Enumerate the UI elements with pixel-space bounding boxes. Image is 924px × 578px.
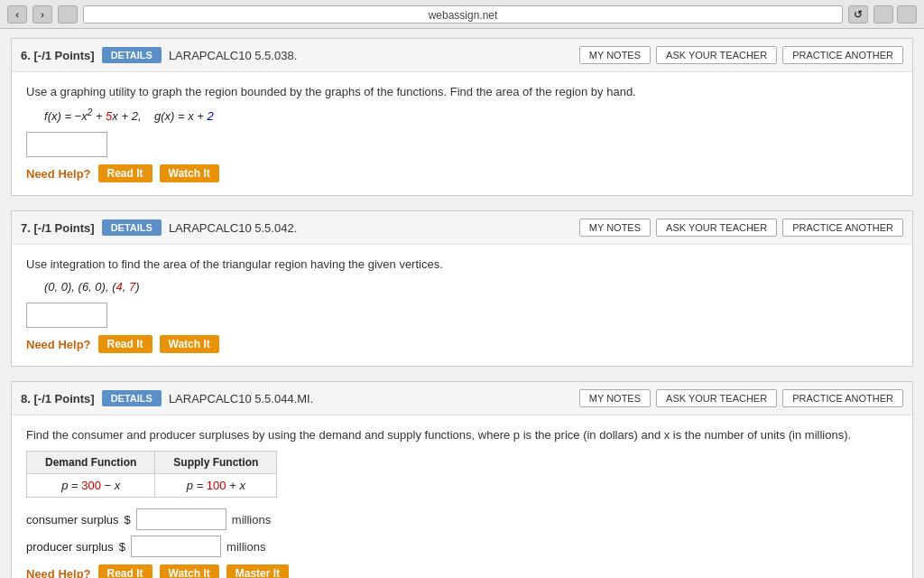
question-8-header: 8. [-/1 Points] DETAILS LARAPCALC10 5.5.… [12, 382, 912, 415]
main-content: 6. [-/1 Points] DETAILS LARAPCALC10 5.5.… [0, 29, 924, 578]
q7-id: LARAPCALC10 5.5.042. [169, 221, 572, 235]
q7-my-notes-button[interactable]: MY NOTES [579, 219, 651, 237]
question-8-body: Find the consumer and producer surpluses… [12, 415, 912, 578]
q6-need-help-label: Need Help? [26, 167, 91, 181]
q7-vertices: (0, 0), (6, 0), (4, 7) [44, 280, 898, 294]
new-tab-button[interactable] [897, 5, 917, 23]
producer-surplus-row: producer surplus $ millions [26, 536, 898, 557]
q8-master-it-button[interactable]: Master It [226, 564, 289, 578]
address-bar[interactable]: webassign.net [83, 5, 843, 23]
q8-details-button[interactable]: DETAILS [102, 390, 162, 406]
question-7-block: 7. [-/1 Points] DETAILS LARAPCALC10 5.5.… [11, 210, 913, 367]
q6-ask-teacher-button[interactable]: ASK YOUR TEACHER [656, 46, 777, 64]
q6-read-it-button[interactable]: Read It [98, 164, 152, 182]
browser-chrome: ‹ › webassign.net ↺ [0, 0, 924, 29]
q6-practice-button[interactable]: PRACTICE ANOTHER [782, 46, 903, 64]
q8-watch-it-button[interactable]: Watch It [160, 564, 219, 578]
q8-need-help-label: Need Help? [26, 567, 91, 578]
q8-text: Find the consumer and producer surpluses… [26, 428, 898, 442]
q7-practice-button[interactable]: PRACTICE ANOTHER [782, 219, 903, 237]
q7-text: Use integration to find the area of the … [26, 257, 898, 271]
q6-math: f(x) = −x2 + 5x + 2, g(x) = x + 2 [44, 107, 898, 123]
q8-need-help-row: Need Help? Read It Watch It Master It [26, 564, 898, 578]
consumer-dollar-sign: $ [125, 513, 131, 527]
q8-my-notes-button[interactable]: MY NOTES [579, 389, 651, 407]
supply-col-header: Supply Function [155, 452, 277, 474]
question-6-header: 6. [-/1 Points] DETAILS LARAPCALC10 5.5.… [12, 39, 912, 72]
question-8-block: 8. [-/1 Points] DETAILS LARAPCALC10 5.5.… [11, 381, 913, 578]
q6-text: Use a graphing utility to graph the regi… [26, 85, 898, 98]
q8-read-it-button[interactable]: Read It [98, 564, 152, 578]
consumer-millions-label: millions [232, 513, 271, 527]
q7-need-help-label: Need Help? [26, 338, 91, 351]
back-button[interactable]: ‹ [7, 5, 27, 23]
supply-value: p = 100 + x [155, 474, 277, 498]
tab-button[interactable] [58, 5, 78, 23]
producer-surplus-label: producer surplus [26, 540, 114, 554]
q8-number: 8. [-/1 Points] [21, 392, 95, 406]
demand-value: p = 300 − x [27, 474, 155, 498]
q7-need-help-row: Need Help? Read It Watch It [26, 335, 898, 353]
q6-details-button[interactable]: DETAILS [102, 47, 162, 63]
q6-watch-it-button[interactable]: Watch It [160, 164, 219, 182]
q7-ask-teacher-button[interactable]: ASK YOUR TEACHER [656, 219, 777, 237]
reload-button[interactable]: ↺ [848, 5, 868, 23]
producer-dollar-sign: $ [119, 540, 125, 554]
q6-need-help-row: Need Help? Read It Watch It [26, 164, 898, 182]
forward-button[interactable]: › [32, 5, 52, 23]
question-6-body: Use a graphing utility to graph the regi… [12, 72, 912, 195]
question-6-block: 6. [-/1 Points] DETAILS LARAPCALC10 5.5.… [11, 38, 913, 196]
demand-col-header: Demand Function [27, 452, 155, 474]
consumer-surplus-input[interactable] [136, 508, 226, 530]
q7-read-it-button[interactable]: Read It [98, 335, 152, 353]
share-button[interactable] [873, 5, 893, 23]
consumer-surplus-row: consumer surplus $ millions [26, 508, 898, 530]
q8-id: LARAPCALC10 5.5.044.MI. [169, 392, 572, 406]
q7-number: 7. [-/1 Points] [21, 221, 95, 235]
q6-id: LARAPCALC10 5.5.038. [169, 49, 572, 62]
q7-answer-input[interactable] [26, 303, 107, 328]
q7-header-actions: MY NOTES ASK YOUR TEACHER PRACTICE ANOTH… [579, 219, 903, 237]
consumer-surplus-label: consumer surplus [26, 513, 119, 527]
q8-ask-teacher-button[interactable]: ASK YOUR TEACHER [656, 389, 777, 407]
producer-surplus-input[interactable] [131, 536, 221, 557]
q7-watch-it-button[interactable]: Watch It [160, 335, 219, 353]
producer-millions-label: millions [226, 540, 265, 554]
demand-supply-table: Demand Function Supply Function p = 300 … [26, 451, 277, 498]
q8-header-actions: MY NOTES ASK YOUR TEACHER PRACTICE ANOTH… [579, 389, 903, 407]
question-7-body: Use integration to find the area of the … [12, 245, 912, 366]
q6-header-actions: MY NOTES ASK YOUR TEACHER PRACTICE ANOTH… [579, 46, 903, 64]
q6-answer-input[interactable] [26, 132, 107, 157]
q8-practice-button[interactable]: PRACTICE ANOTHER [782, 389, 903, 407]
question-7-header: 7. [-/1 Points] DETAILS LARAPCALC10 5.5.… [12, 211, 912, 245]
q6-number: 6. [-/1 Points] [21, 49, 95, 62]
q6-my-notes-button[interactable]: MY NOTES [579, 46, 651, 64]
q7-details-button[interactable]: DETAILS [102, 219, 162, 236]
